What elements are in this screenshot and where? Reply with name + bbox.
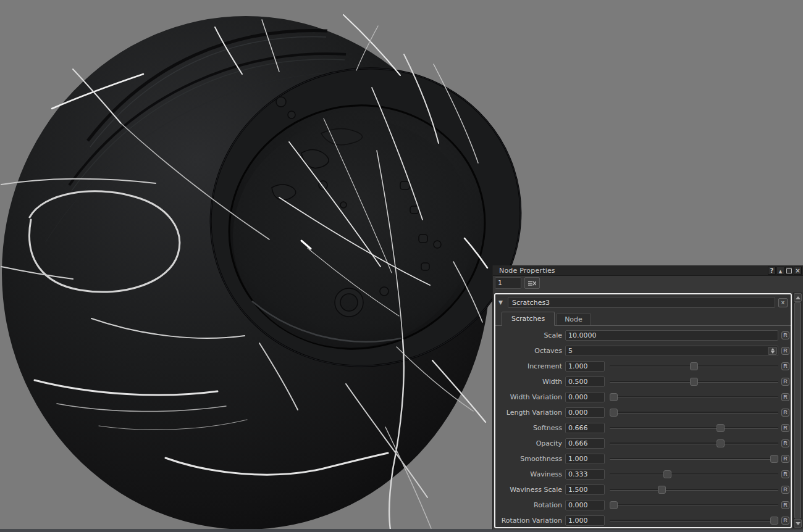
reset-button[interactable]: R (781, 362, 789, 370)
node-panel-scratches3: ▼ × Scratches Node Scale R Octaves (494, 293, 792, 528)
param-value-input[interactable] (565, 500, 605, 510)
param-slider[interactable] (610, 407, 778, 418)
reset-button[interactable]: R (781, 331, 789, 339)
spin-up-icon (771, 348, 775, 351)
reset-button[interactable]: R (781, 439, 789, 447)
tab-scratches[interactable]: Scratches (502, 312, 555, 326)
reset-button[interactable]: R (781, 393, 789, 401)
slider-handle[interactable] (610, 393, 618, 401)
param-value-input[interactable] (565, 454, 605, 464)
slider-handle[interactable] (717, 424, 725, 432)
reset-button[interactable]: R (781, 470, 789, 478)
param-slider[interactable] (610, 423, 778, 433)
node-tabbar: Scratches Node (495, 308, 791, 326)
reset-button[interactable]: R (781, 517, 789, 525)
param-value-input[interactable] (565, 376, 605, 387)
close-panel-button[interactable]: × (794, 267, 802, 275)
panel-count-row (495, 277, 540, 289)
close-all-panels-button[interactable] (524, 277, 540, 289)
param-value-input[interactable] (565, 392, 605, 402)
titlebar-buttons: ? ▲ × (768, 267, 802, 275)
param-row: Waviness R (495, 467, 791, 482)
node-close-button[interactable]: × (778, 298, 788, 307)
reset-button[interactable]: R (781, 501, 789, 509)
param-row: Width Variation R (495, 389, 791, 405)
spin-down-icon (771, 351, 775, 354)
param-value-input[interactable] (565, 346, 778, 356)
reset-button[interactable]: R (781, 378, 789, 386)
node-name-input[interactable] (508, 297, 775, 308)
reset-button[interactable]: R (781, 455, 789, 463)
vertical-scrollbar[interactable] (793, 293, 802, 528)
param-label: Smoothness (495, 455, 565, 463)
param-value-input[interactable] (565, 407, 605, 418)
slider-handle[interactable] (610, 501, 618, 509)
reset-button[interactable]: R (781, 409, 789, 417)
slider-track (610, 396, 778, 398)
param-slider[interactable] (610, 361, 778, 372)
param-row: Length Variation R (495, 405, 791, 420)
param-value-input[interactable] (565, 438, 605, 449)
param-label: Waviness Scale (495, 486, 565, 494)
param-row: Octaves R (495, 343, 791, 359)
slider-handle[interactable] (610, 409, 618, 417)
param-list: Scale R Octaves R Increment R (495, 326, 791, 528)
param-slider[interactable] (610, 392, 778, 402)
reset-button[interactable]: R (781, 347, 789, 355)
param-value-input[interactable] (565, 423, 605, 433)
slider-handle[interactable] (690, 378, 698, 386)
maximize-button[interactable] (785, 267, 793, 275)
param-row: Smoothness R (495, 451, 791, 467)
param-label: Scale (495, 331, 565, 339)
slider-handle[interactable] (663, 470, 671, 478)
param-label: Waviness (495, 470, 565, 478)
param-row: Softness R (495, 420, 791, 436)
param-slider[interactable] (610, 500, 778, 510)
close-icon: × (795, 267, 800, 274)
tab-node[interactable]: Node (557, 313, 591, 325)
scrollbar-thumb[interactable] (794, 302, 801, 518)
param-slider[interactable] (610, 484, 778, 495)
param-label: Octaves (495, 347, 565, 355)
param-slider[interactable] (610, 438, 778, 449)
node-properties-panel: Node Properties ? ▲ × ▼ × (492, 265, 803, 530)
param-row: Width R (495, 374, 791, 389)
param-row: Scale R (495, 328, 791, 343)
slider-track (610, 520, 778, 522)
float-panel-button[interactable]: ▲ (776, 267, 784, 275)
slider-track (610, 458, 778, 460)
param-slider[interactable] (610, 376, 778, 387)
help-button[interactable]: ? (768, 267, 776, 275)
param-slider[interactable] (610, 454, 778, 464)
param-value-input[interactable] (565, 515, 605, 526)
slider-track (610, 489, 778, 491)
param-label: Rotation (495, 501, 565, 509)
param-row: Waviness Scale R (495, 482, 791, 497)
param-slider[interactable] (610, 469, 778, 480)
param-label: Length Variation (495, 409, 565, 417)
slider-handle[interactable] (770, 517, 778, 525)
collapse-triangle-icon[interactable]: ▼ (498, 299, 505, 305)
panel-titlebar[interactable]: Node Properties ? ▲ × (493, 265, 803, 276)
param-value-input[interactable] (565, 330, 778, 341)
param-slider[interactable] (610, 515, 778, 526)
slider-handle[interactable] (690, 362, 698, 370)
scroll-up-button[interactable] (794, 293, 802, 302)
param-value-input[interactable] (565, 361, 605, 372)
slider-handle[interactable] (658, 486, 666, 494)
node-header: ▼ × (495, 294, 791, 308)
param-value-input[interactable] (565, 484, 605, 495)
scroll-down-button[interactable] (794, 519, 802, 528)
param-row: Increment R (495, 359, 791, 374)
spinner-control[interactable] (768, 347, 777, 355)
slider-handle[interactable] (770, 455, 778, 463)
reset-button[interactable]: R (781, 486, 789, 494)
param-wide-field (565, 346, 778, 356)
reset-button[interactable]: R (781, 424, 789, 432)
help-icon: ? (770, 267, 774, 274)
slider-handle[interactable] (717, 439, 725, 447)
float-icon: ▲ (779, 269, 782, 274)
param-label: Opacity (495, 439, 565, 447)
max-panels-input[interactable] (495, 277, 521, 289)
param-value-input[interactable] (565, 469, 605, 480)
